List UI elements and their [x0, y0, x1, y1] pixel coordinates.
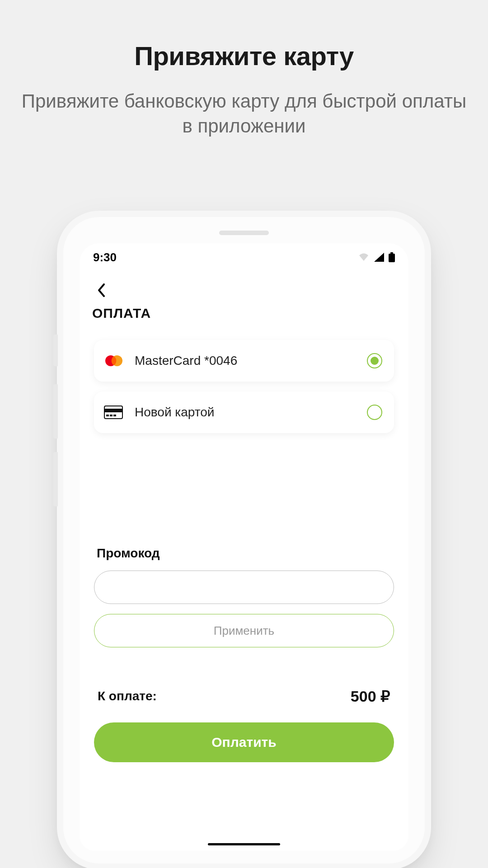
- phone-screen: 9:30 ОПЛАТА: [80, 243, 408, 851]
- promo-input[interactable]: [94, 571, 394, 604]
- radio-unselected[interactable]: [367, 405, 382, 420]
- side-button: [53, 452, 58, 506]
- page-subtitle: Привяжите банковскую карту для быстрой о…: [0, 89, 488, 138]
- status-bar: 9:30: [80, 243, 408, 271]
- phone-frame: 9:30 ОПЛАТА: [63, 217, 425, 863]
- radio-selected[interactable]: [367, 353, 382, 368]
- chevron-left-icon: [97, 283, 105, 297]
- payment-method-label: MasterCard *0046: [135, 354, 367, 368]
- cellular-icon: [374, 253, 384, 262]
- svg-rect-1: [389, 254, 395, 262]
- screen-title: ОПЛАТА: [92, 306, 398, 321]
- pay-button[interactable]: Оплатить: [94, 722, 394, 762]
- apply-promo-button[interactable]: Применить: [94, 614, 394, 647]
- total-value: 500 ₽: [351, 687, 390, 705]
- payment-method-label: Новой картой: [135, 405, 367, 420]
- payment-method-new-card[interactable]: Новой картой: [94, 392, 394, 433]
- wifi-icon: [358, 253, 370, 262]
- mastercard-icon: [104, 354, 128, 367]
- home-indicator[interactable]: [208, 843, 280, 845]
- status-indicators: [358, 252, 395, 262]
- side-button: [53, 335, 58, 366]
- page-title: Привяжите карту: [0, 41, 488, 71]
- promo-section: Промокод Применить: [90, 546, 398, 647]
- app-content: ОПЛАТА MasterCard *0046 Новой картой: [80, 271, 408, 851]
- total-row: К оплате: 500 ₽: [90, 687, 398, 705]
- generic-card-icon: [104, 406, 128, 419]
- svg-rect-8: [113, 415, 116, 416]
- page-header: Привяжите карту Привяжите банковскую кар…: [0, 0, 488, 138]
- apply-promo-label: Применить: [214, 624, 274, 638]
- svg-rect-0: [390, 252, 393, 254]
- promo-label: Промокод: [97, 546, 394, 561]
- side-button: [53, 384, 58, 439]
- svg-rect-5: [104, 409, 122, 412]
- svg-rect-7: [110, 415, 113, 416]
- status-time: 9:30: [93, 250, 117, 264]
- pay-button-label: Оплатить: [211, 735, 276, 750]
- total-label: К оплате:: [98, 689, 157, 703]
- back-button[interactable]: [90, 279, 112, 301]
- phone-speaker: [219, 231, 269, 235]
- payment-methods: MasterCard *0046 Новой картой: [90, 340, 398, 433]
- payment-method-mastercard[interactable]: MasterCard *0046: [94, 340, 394, 382]
- battery-icon: [389, 252, 395, 262]
- svg-rect-6: [106, 415, 109, 416]
